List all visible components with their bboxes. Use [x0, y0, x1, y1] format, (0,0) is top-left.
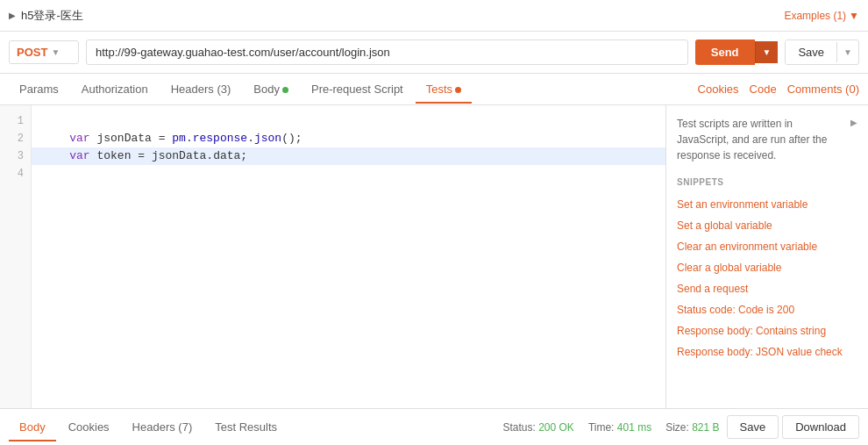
snippet-clear-global[interactable]: Clear a global variable: [677, 257, 857, 278]
cookies-link[interactable]: Cookies: [698, 83, 739, 96]
send-button-group: Send ▼: [695, 39, 779, 65]
code-line-1: [32, 112, 665, 130]
breadcrumb: ▶ h5登录-医生: [9, 8, 784, 24]
tab-headers[interactable]: Headers (3): [160, 75, 242, 103]
snippet-set-env[interactable]: Set an environment variable: [677, 194, 857, 215]
send-button[interactable]: Send: [695, 39, 755, 65]
code-link[interactable]: Code: [750, 83, 777, 96]
comments-link[interactable]: Comments (0): [787, 83, 859, 96]
time-value: 401 ms: [617, 421, 651, 434]
snippet-set-global[interactable]: Set a global variable: [677, 215, 857, 236]
code-line-3: var token = jsonData.data;: [32, 147, 665, 165]
bottom-tab-test-results[interactable]: Test Results: [204, 413, 288, 441]
snippet-response-body-json[interactable]: Response body: JSON value check: [677, 341, 857, 362]
right-panel: Test scripts are written in JavaScript, …: [666, 105, 868, 408]
status-value: 200 OK: [538, 421, 574, 434]
expand-icon[interactable]: ▶: [850, 118, 857, 127]
size-value: 821 B: [692, 421, 719, 434]
snippet-clear-env[interactable]: Clear an environment variable: [677, 236, 857, 257]
save-dropdown-button[interactable]: ▼: [836, 42, 858, 62]
panel-description: Test scripts are written in JavaScript, …: [677, 116, 847, 163]
line-numbers: 1 2 3 4: [0, 105, 32, 408]
bottom-tab-headers[interactable]: Headers (7): [122, 413, 203, 441]
send-dropdown-button[interactable]: ▼: [755, 41, 779, 63]
time-label: Time: 401 ms: [588, 421, 651, 434]
size-label: Size: 821 B: [665, 421, 719, 434]
tab-tests[interactable]: Tests: [416, 75, 472, 103]
line-num-4: 4: [0, 165, 31, 183]
status-label: Status: 200 OK: [502, 421, 573, 434]
method-label: POST: [17, 46, 47, 59]
top-bar: ▶ h5登录-医生 Examples (1) ▼: [0, 0, 868, 32]
tab-prerequest[interactable]: Pre-request Script: [301, 75, 414, 103]
bottom-bar: Body Cookies Headers (7) Test Results St…: [0, 408, 868, 445]
bottom-download-button[interactable]: Download: [782, 415, 859, 439]
url-input[interactable]: [86, 39, 688, 65]
tab-params[interactable]: Params: [9, 75, 69, 103]
save-button-group: Save ▼: [785, 39, 859, 65]
url-bar: POST ▼ Send ▼ Save ▼: [0, 32, 868, 74]
breadcrumb-title: h5登录-医生: [21, 8, 83, 24]
breadcrumb-arrow: ▶: [9, 11, 16, 20]
method-chevron-icon: ▼: [51, 47, 60, 57]
examples-label: Examples (1): [784, 10, 846, 22]
snippet-response-body-contains[interactable]: Response body: Contains string: [677, 320, 857, 341]
tests-dot: [455, 87, 461, 93]
save-button[interactable]: Save: [786, 40, 836, 64]
code-line-4: [32, 165, 665, 183]
examples-chevron: ▼: [849, 10, 859, 22]
tab-group-right: Cookies Code Comments (0): [698, 83, 859, 96]
tab-body[interactable]: Body: [243, 75, 299, 103]
bottom-tabs: Body Cookies Headers (7) Test Results: [9, 413, 502, 441]
code-line-2: var jsonData = pm.response.json();: [32, 130, 665, 147]
line-num-3: 3: [0, 147, 31, 165]
code-editor[interactable]: 1 2 3 4 var jsonData = pm.response.json(…: [0, 105, 666, 408]
bottom-tab-cookies[interactable]: Cookies: [58, 413, 120, 441]
snippet-status-code[interactable]: Status code: Code is 200: [677, 299, 857, 320]
tab-group-left: Params Authorization Headers (3) Body Pr…: [9, 75, 698, 103]
snippets-label: SNIPPETS: [677, 177, 857, 187]
code-lines[interactable]: var jsonData = pm.response.json(); var t…: [32, 105, 665, 408]
method-select[interactable]: POST ▼: [9, 40, 79, 64]
main-content: 1 2 3 4 var jsonData = pm.response.json(…: [0, 105, 868, 408]
snippet-send-request[interactable]: Send a request: [677, 278, 857, 299]
bottom-save-button[interactable]: Save: [727, 415, 779, 439]
body-dot: [282, 87, 288, 93]
tabs-bar: Params Authorization Headers (3) Body Pr…: [0, 74, 868, 105]
bottom-status: Status: 200 OK Time: 401 ms Size: 821 B: [502, 421, 719, 434]
line-num-2: 2: [0, 130, 31, 147]
line-num-1: 1: [0, 112, 31, 130]
bottom-tab-body[interactable]: Body: [9, 413, 56, 441]
examples-button[interactable]: Examples (1) ▼: [784, 10, 859, 22]
tab-authorization[interactable]: Authorization: [71, 75, 159, 103]
